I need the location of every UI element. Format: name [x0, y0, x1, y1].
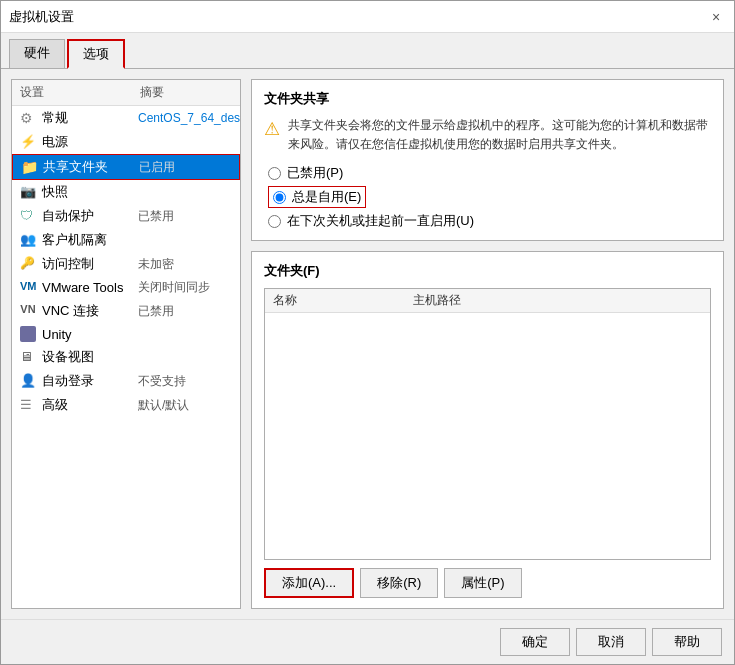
item-name-advanced: 高级 — [42, 396, 132, 414]
tab-hardware[interactable]: 硬件 — [9, 39, 65, 68]
add-button[interactable]: 添加(A)... — [264, 568, 354, 598]
item-summary-auto-protect: 已禁用 — [138, 208, 174, 225]
sidebar-item-general[interactable]: ⚙ 常规 CentOS_7_64_desktop — [12, 106, 240, 130]
item-summary-autologin: 不受支持 — [138, 373, 186, 390]
camera-icon: 📷 — [20, 184, 36, 200]
vmware-icon: VM — [20, 280, 36, 296]
properties-button[interactable]: 属性(P) — [444, 568, 521, 598]
left-header: 设置 摘要 — [12, 80, 240, 106]
shield-icon: 🛡 — [20, 208, 36, 224]
sidebar-item-auto-protect[interactable]: 🛡 自动保护 已禁用 — [12, 204, 240, 228]
item-name-unity: Unity — [42, 327, 132, 342]
item-name-shared-folder: 共享文件夹 — [43, 158, 133, 176]
folders-section: 文件夹(F) 名称 主机路径 添加(A)... 移除(R) 属性(P) — [251, 251, 724, 609]
item-summary-general: CentOS_7_64_desktop — [138, 111, 240, 125]
help-button[interactable]: 帮助 — [652, 628, 722, 656]
radio-always[interactable] — [273, 191, 286, 204]
display-icon: 🖥 — [20, 349, 36, 365]
option-until-poweroff[interactable]: 在下次关机或挂起前一直启用(U) — [268, 212, 711, 230]
option-disabled[interactable]: 已禁用(P) — [268, 164, 711, 182]
item-summary-advanced: 默认/默认 — [138, 397, 189, 414]
title-bar: 虚拟机设置 × — [1, 1, 734, 33]
file-sharing-section: 文件夹共享 ⚠ 共享文件夹会将您的文件显示给虚拟机中的程序。这可能为您的计算机和… — [251, 79, 724, 241]
item-name-autologin: 自动登录 — [42, 372, 132, 390]
col-header-path: 主机路径 — [413, 292, 461, 309]
close-button[interactable]: × — [706, 7, 726, 27]
unity-icon — [20, 326, 36, 342]
radio-disabled[interactable] — [268, 167, 281, 180]
col-header-name: 名称 — [273, 292, 413, 309]
folder-icon: 📁 — [21, 159, 37, 175]
confirm-button[interactable]: 确定 — [500, 628, 570, 656]
sidebar-item-power[interactable]: ⚡ 电源 — [12, 130, 240, 154]
folder-table: 名称 主机路径 — [264, 288, 711, 560]
item-name-snapshot: 快照 — [42, 183, 132, 201]
dialog-title: 虚拟机设置 — [9, 8, 74, 26]
radio-until-poweroff[interactable] — [268, 215, 281, 228]
folder-actions: 添加(A)... 移除(R) 属性(P) — [264, 568, 711, 598]
item-name-vnc: VNC 连接 — [42, 302, 132, 320]
item-name-guest-isolation: 客户机隔离 — [42, 231, 132, 249]
tab-options[interactable]: 选项 — [67, 39, 125, 69]
item-summary-vnc: 已禁用 — [138, 303, 174, 320]
header-setting: 设置 — [20, 84, 140, 101]
cancel-button[interactable]: 取消 — [576, 628, 646, 656]
sidebar-item-snapshot[interactable]: 📷 快照 — [12, 180, 240, 204]
option-always[interactable]: 总是自用(E) — [268, 186, 366, 208]
item-name-access-control: 访问控制 — [42, 255, 132, 273]
warning-row: ⚠ 共享文件夹会将您的文件显示给虚拟机中的程序。这可能为您的计算机和数据带来风险… — [264, 116, 711, 154]
user-icon: 👤 — [20, 373, 36, 389]
label-disabled: 已禁用(P) — [287, 164, 343, 182]
left-panel: 设置 摘要 ⚙ 常规 CentOS_7_64_desktop ⚡ 电源 — [11, 79, 241, 609]
folders-title: 文件夹(F) — [264, 262, 711, 280]
item-summary-vmware-tools: 关闭时间同步 — [138, 279, 210, 296]
tab-bar: 硬件 选项 — [1, 33, 734, 69]
sidebar-item-advanced[interactable]: ☰ 高级 默认/默认 — [12, 393, 240, 417]
lightning-icon: ⚡ — [20, 134, 36, 150]
sidebar-item-shared-folder[interactable]: 📁 共享文件夹 已启用 — [12, 154, 240, 180]
warning-icon: ⚠ — [264, 118, 280, 154]
dialog: 虚拟机设置 × 硬件 选项 设置 摘要 ⚙ 常规 CentOS_7_64_des… — [0, 0, 735, 665]
item-name-device-view: 设备视图 — [42, 348, 132, 366]
sidebar-item-autologin[interactable]: 👤 自动登录 不受支持 — [12, 369, 240, 393]
bottom-bar: 确定 取消 帮助 — [1, 619, 734, 664]
folder-table-header: 名称 主机路径 — [265, 289, 710, 313]
vnc-icon: VN — [20, 303, 36, 319]
sidebar-item-guest-isolation[interactable]: 👥 客户机隔离 — [12, 228, 240, 252]
label-until-poweroff: 在下次关机或挂起前一直启用(U) — [287, 212, 474, 230]
sidebar-item-vmware-tools[interactable]: VM VMware Tools 关闭时间同步 — [12, 276, 240, 299]
list-icon: ☰ — [20, 397, 36, 413]
people-icon: 👥 — [20, 232, 36, 248]
item-name-power: 电源 — [42, 133, 132, 151]
sidebar-item-access-control[interactable]: 🔑 访问控制 未加密 — [12, 252, 240, 276]
file-sharing-title: 文件夹共享 — [264, 90, 711, 108]
header-summary: 摘要 — [140, 84, 164, 101]
sidebar-item-unity[interactable]: Unity — [12, 323, 240, 345]
item-name-vmware-tools: VMware Tools — [42, 280, 132, 295]
remove-button[interactable]: 移除(R) — [360, 568, 438, 598]
sidebar-item-vnc[interactable]: VN VNC 连接 已禁用 — [12, 299, 240, 323]
key-icon: 🔑 — [20, 256, 36, 272]
item-summary-access-control: 未加密 — [138, 256, 174, 273]
label-always: 总是自用(E) — [292, 188, 361, 206]
folder-table-body — [265, 313, 710, 393]
content-area: 设置 摘要 ⚙ 常规 CentOS_7_64_desktop ⚡ 电源 — [1, 69, 734, 619]
item-name-auto-protect: 自动保护 — [42, 207, 132, 225]
warning-text: 共享文件夹会将您的文件显示给虚拟机中的程序。这可能为您的计算机和数据带来风险。请… — [288, 116, 711, 154]
gear-icon: ⚙ — [20, 110, 36, 126]
sidebar-item-device-view[interactable]: 🖥 设备视图 — [12, 345, 240, 369]
sharing-options: 已禁用(P) 总是自用(E) 在下次关机或挂起前一直启用(U) — [268, 164, 711, 230]
item-name-general: 常规 — [42, 109, 132, 127]
right-panel: 文件夹共享 ⚠ 共享文件夹会将您的文件显示给虚拟机中的程序。这可能为您的计算机和… — [251, 79, 724, 609]
left-items: ⚙ 常规 CentOS_7_64_desktop ⚡ 电源 📁 共享文件夹 已启… — [12, 106, 240, 608]
item-summary-shared-folder: 已启用 — [139, 159, 175, 176]
